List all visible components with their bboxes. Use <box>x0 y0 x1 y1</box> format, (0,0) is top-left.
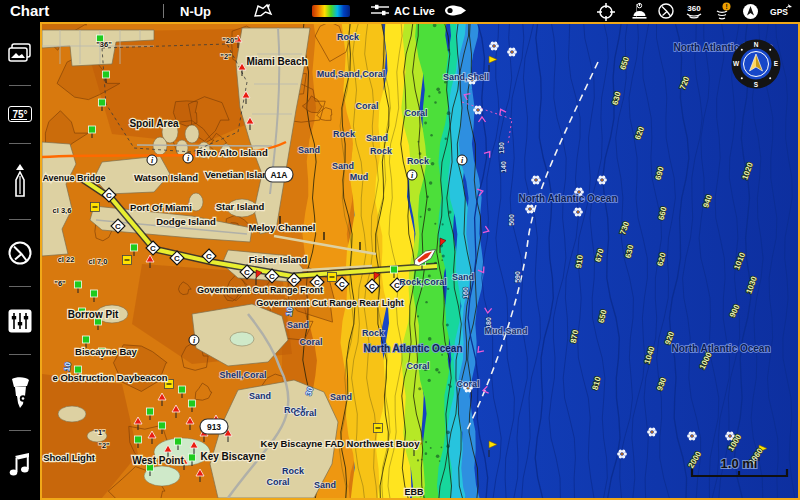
coral-symbol <box>527 205 530 208</box>
green-daymark[interactable] <box>83 336 90 343</box>
chart-source-icon[interactable] <box>252 2 274 20</box>
place-label: Spoil Area <box>129 118 179 129</box>
coral-symbol <box>601 179 604 182</box>
coral-symbol <box>579 188 582 191</box>
navigation-mode-icon[interactable] <box>7 240 33 266</box>
place-label: Borrow Pit <box>68 309 119 320</box>
seabed-label: Sand <box>298 145 320 155</box>
screenshots-icon[interactable] <box>7 42 33 64</box>
place-label: Shoal Light <box>43 452 96 463</box>
place-label: Key Biscayne <box>200 451 265 462</box>
top-bar: Chart N-Up AC Live <box>0 0 800 22</box>
channel-marker-label: C <box>291 276 297 285</box>
place-label: EBB <box>404 487 424 497</box>
aid-label: "2" <box>220 52 232 61</box>
mark-waypoint-icon[interactable] <box>9 164 31 198</box>
place-label: Government Cut Range Rear Light <box>256 298 404 308</box>
green-daymark[interactable] <box>391 266 398 273</box>
aid-label: cl 22 <box>58 255 75 264</box>
coral-symbol <box>494 47 497 50</box>
page-title: Chart <box>10 2 49 19</box>
temperature-value: 75° <box>12 109 27 120</box>
chart-canvas[interactable]: CCCCCCCCCCCCiiiii RockMud,Sand,CoralSand… <box>42 24 798 498</box>
green-daymark[interactable] <box>159 422 166 429</box>
green-daymark[interactable] <box>175 438 182 445</box>
coral-symbol <box>491 42 494 45</box>
road-shield-label: 913 <box>207 422 221 432</box>
green-daymark[interactable] <box>147 408 154 415</box>
water-body-label: North Atlantic Ocean <box>363 343 462 354</box>
channel-marker-label: C <box>339 280 345 289</box>
aid-label: "20" <box>222 36 238 45</box>
coral-symbol <box>511 51 514 54</box>
heading-arrow-icon[interactable] <box>742 3 759 20</box>
radar-power-icon[interactable] <box>631 2 648 20</box>
coral-symbol <box>602 181 605 184</box>
depth-palette-bar[interactable] <box>312 5 350 17</box>
divider <box>9 85 31 86</box>
coral-symbol <box>475 106 478 109</box>
boat-settings-icon[interactable] <box>442 2 468 19</box>
coral-symbol <box>576 188 579 191</box>
coral-symbol <box>577 211 580 214</box>
media-icon[interactable] <box>7 451 33 479</box>
green-daymark[interactable] <box>135 436 142 443</box>
coral-symbol <box>536 176 539 179</box>
green-daymark[interactable] <box>131 244 138 251</box>
svg-text:360: 360 <box>687 4 701 13</box>
seabed-label: Sand <box>287 320 309 330</box>
gps-status[interactable]: GPS <box>768 2 794 20</box>
coral-symbol <box>478 111 481 114</box>
coral-symbol <box>530 210 533 213</box>
coral-symbol <box>727 432 730 435</box>
place-label: Biscayne Bay <box>75 346 138 357</box>
green-daymark[interactable] <box>189 454 196 461</box>
chart-map[interactable]: CCCCCCCCCCCCiiiii RockMud,Sand,CoralSand… <box>40 22 800 500</box>
imaging-360-icon[interactable]: 360 <box>684 2 704 20</box>
orientation-button[interactable]: N-Up <box>180 4 211 19</box>
coral-symbol <box>622 450 625 453</box>
green-daymark[interactable] <box>189 400 196 407</box>
cursor-target-icon[interactable] <box>595 2 617 22</box>
temperature-widget[interactable]: 75° <box>8 106 31 122</box>
settings-sliders-icon[interactable] <box>7 308 33 334</box>
compass-e: E <box>774 60 779 67</box>
divider <box>163 4 164 18</box>
depth-number: 500 <box>508 214 515 226</box>
seabed-label: Rock <box>337 32 360 42</box>
green-daymark[interactable] <box>91 290 98 297</box>
seabed-label: Sand <box>366 133 388 143</box>
seabed-label: Sand <box>332 161 354 171</box>
compass-s: S <box>754 81 759 88</box>
place-label: West Point <box>132 455 184 466</box>
aid-label: "1" <box>94 428 106 437</box>
green-daymark[interactable] <box>179 386 186 393</box>
seabed-label: Coral <box>456 379 479 389</box>
coral-symbol <box>535 179 538 182</box>
green-daymark[interactable] <box>103 71 110 78</box>
seabed-label: Coral <box>404 108 427 118</box>
divider <box>9 430 31 431</box>
coral-symbol <box>692 432 695 435</box>
coral-symbol <box>651 431 654 434</box>
compass-w: W <box>733 60 740 67</box>
green-daymark[interactable] <box>89 126 96 133</box>
coral-symbol <box>493 45 496 48</box>
channel-marker-label: C <box>115 222 121 231</box>
depth-number: 590 <box>514 271 521 283</box>
depth-number: 180 <box>485 317 492 329</box>
place-label: Port Of Miami <box>130 202 192 213</box>
seabed-label: Rock <box>282 466 305 476</box>
coral-symbol <box>692 437 695 440</box>
sonar-alert-icon[interactable]: ! <box>713 2 733 21</box>
navigation-mode-icon[interactable] <box>657 2 675 20</box>
green-daymark[interactable] <box>75 281 82 288</box>
divider <box>9 354 31 355</box>
seabed-label: Mud <box>350 172 369 182</box>
motor-icon[interactable] <box>6 376 34 410</box>
green-daymark[interactable] <box>99 99 106 106</box>
coral-symbol <box>599 176 602 179</box>
coral-symbol <box>578 208 581 211</box>
aid-label: cl 3,6 <box>53 206 72 215</box>
ac-live-sliders-icon[interactable] <box>370 2 390 19</box>
